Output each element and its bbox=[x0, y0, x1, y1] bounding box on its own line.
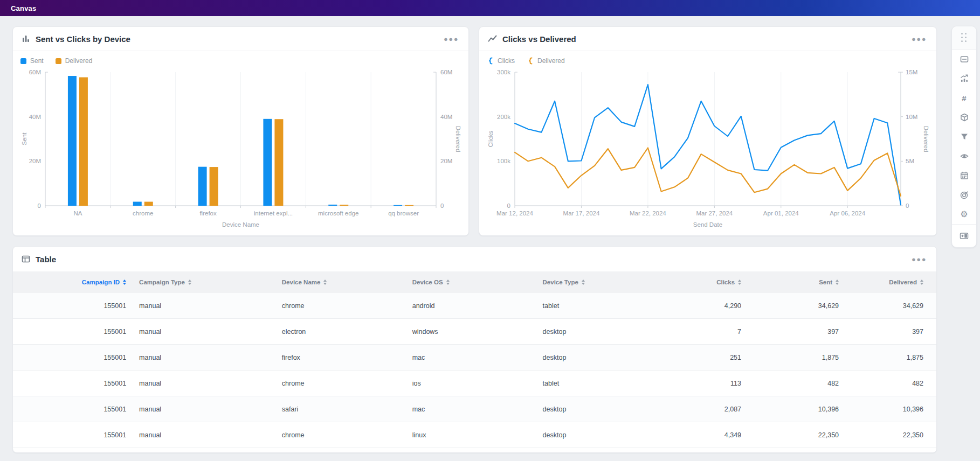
settings-button[interactable]: ⚙ bbox=[952, 205, 976, 224]
table-cell: 1,875 bbox=[748, 345, 845, 371]
svg-text:15M: 15M bbox=[906, 69, 917, 75]
table-cell: 155001 bbox=[13, 396, 133, 422]
card-widget-button[interactable] bbox=[952, 50, 976, 69]
column-label: Device Name bbox=[282, 279, 321, 285]
bar-chart-title: Sent vs Clicks by Device bbox=[36, 34, 130, 44]
column-header-campaign-type[interactable]: Campaign Type bbox=[133, 271, 275, 293]
line-chart-icon bbox=[488, 34, 497, 43]
table-cell: 155001 bbox=[13, 319, 133, 345]
svg-text:Mar 12, 2024: Mar 12, 2024 bbox=[496, 210, 533, 216]
svg-text:20M: 20M bbox=[29, 158, 41, 164]
svg-text:40M: 40M bbox=[440, 114, 452, 120]
column-header-device-type[interactable]: Device Type bbox=[536, 271, 667, 293]
column-header-campaign-id[interactable]: Campaign ID bbox=[13, 271, 133, 293]
table-row[interactable]: 155001manualsafarimacdesktop2,08710,3961… bbox=[13, 396, 936, 422]
table-cell: mac bbox=[406, 345, 536, 371]
column-header-device-name[interactable]: Device Name bbox=[275, 271, 406, 293]
svg-text:Device Name: Device Name bbox=[222, 221, 259, 228]
table-cell: desktop bbox=[536, 422, 667, 448]
table-cell: 113 bbox=[666, 371, 748, 396]
svg-text:20M: 20M bbox=[440, 158, 452, 164]
column-header-delivered[interactable]: Delivered bbox=[845, 271, 936, 293]
svg-text:60M: 60M bbox=[440, 69, 452, 75]
more-menu-icon[interactable]: ●●● bbox=[909, 34, 929, 44]
table-cell: electron bbox=[275, 319, 406, 345]
table-row[interactable]: 155001manualchromeandroidtablet4,29034,6… bbox=[13, 293, 936, 319]
svg-text:microsoft edge: microsoft edge bbox=[318, 210, 358, 216]
svg-text:chrome: chrome bbox=[133, 210, 153, 216]
svg-text:internet expl...: internet expl... bbox=[254, 210, 293, 216]
svg-text:Sent: Sent bbox=[21, 132, 27, 145]
column-label: Campaign ID bbox=[82, 279, 120, 285]
svg-text:Clicks: Clicks bbox=[487, 130, 494, 147]
svg-text:Mar 17, 2024: Mar 17, 2024 bbox=[563, 210, 600, 216]
legend-item-delivered[interactable]: Delivered bbox=[56, 57, 93, 65]
calendar-icon bbox=[960, 171, 969, 180]
bar-chart-card: Sent vs Clicks by Device ●●● Sent Delive… bbox=[12, 26, 469, 236]
table-cell: manual bbox=[133, 319, 275, 345]
table-cell: mac bbox=[406, 396, 536, 422]
legend-item-clicks[interactable]: Clicks bbox=[487, 57, 515, 65]
column-header-sent[interactable]: Sent bbox=[748, 271, 845, 293]
sort-icon bbox=[188, 280, 191, 285]
legend-label: Sent bbox=[30, 57, 44, 65]
table-row[interactable]: 155001manualelectronwindowsdesktop739739… bbox=[13, 319, 936, 345]
svg-text:firefox: firefox bbox=[199, 210, 217, 216]
svg-text:0: 0 bbox=[38, 202, 41, 209]
sort-icon bbox=[582, 280, 585, 285]
drag-handle[interactable] bbox=[952, 26, 976, 50]
more-menu-icon[interactable]: ●●● bbox=[909, 255, 929, 264]
table-cell: 482 bbox=[748, 371, 845, 396]
sort-icon bbox=[836, 280, 839, 285]
svg-text:0: 0 bbox=[507, 202, 510, 209]
table-card-header: Table ●●● bbox=[13, 247, 936, 271]
table-cell: manual bbox=[133, 422, 275, 448]
drag-dots-icon bbox=[961, 33, 967, 43]
data-table: Campaign IDCampaign TypeDevice NameDevic… bbox=[13, 271, 936, 448]
hash-widget-button[interactable]: # bbox=[952, 88, 976, 108]
line-chart-card: Clicks vs Delivered ●●● Clicks Delivered… bbox=[479, 26, 937, 236]
filter-icon bbox=[960, 132, 969, 141]
filter-widget-button[interactable] bbox=[952, 127, 976, 146]
table-cell: 155001 bbox=[13, 422, 133, 448]
sort-icon bbox=[920, 280, 923, 285]
card-icon bbox=[960, 55, 969, 64]
table-row[interactable]: 155001manualfirefoxmacdesktop2511,8751,8… bbox=[13, 345, 936, 371]
target-icon bbox=[960, 191, 969, 199]
table-cell: chrome bbox=[275, 293, 406, 319]
table-row[interactable]: 155001manualchromeiostablet113482482 bbox=[13, 371, 936, 396]
table-cell: firefox bbox=[275, 345, 406, 371]
table-cell: desktop bbox=[536, 319, 667, 345]
svg-text:10M: 10M bbox=[906, 114, 917, 120]
svg-text:Send Date: Send Date bbox=[693, 221, 722, 228]
legend-item-sent[interactable]: Sent bbox=[20, 57, 44, 65]
table-cell: 482 bbox=[845, 371, 936, 396]
svg-text:NA: NA bbox=[73, 210, 82, 216]
target-widget-button[interactable] bbox=[952, 185, 976, 205]
eye-icon bbox=[960, 152, 969, 160]
table-row[interactable]: 155001manualchromelinuxdesktop4,34922,35… bbox=[13, 422, 936, 448]
panel-toggle-icon bbox=[960, 232, 969, 240]
sort-icon bbox=[323, 280, 327, 285]
svg-text:Mar 22, 2024: Mar 22, 2024 bbox=[630, 210, 666, 216]
legend-item-delivered[interactable]: Delivered bbox=[527, 57, 565, 65]
calendar-widget-button[interactable] bbox=[952, 166, 976, 185]
more-menu-icon[interactable]: ●●● bbox=[441, 34, 461, 44]
column-label: Campaign Type bbox=[139, 279, 185, 285]
column-header-device-os[interactable]: Device OS bbox=[406, 271, 536, 293]
table-cell: desktop bbox=[536, 396, 667, 422]
cube-widget-button[interactable] bbox=[952, 108, 976, 127]
svg-text:0: 0 bbox=[906, 202, 909, 209]
table-cell: manual bbox=[133, 293, 275, 319]
panel-toggle-button[interactable] bbox=[952, 226, 976, 246]
table-cell: 1,875 bbox=[845, 345, 936, 371]
table-title: Table bbox=[36, 255, 56, 264]
eye-widget-button[interactable] bbox=[952, 146, 976, 166]
table-cell: ios bbox=[406, 371, 536, 396]
chart-widget-button[interactable] bbox=[952, 69, 976, 88]
table-icon bbox=[22, 255, 30, 263]
table-cell: manual bbox=[133, 345, 275, 371]
table-body: 155001manualchromeandroidtablet4,29034,6… bbox=[13, 293, 936, 448]
column-label: Sent bbox=[819, 279, 832, 285]
column-header-clicks[interactable]: Clicks bbox=[666, 271, 748, 293]
